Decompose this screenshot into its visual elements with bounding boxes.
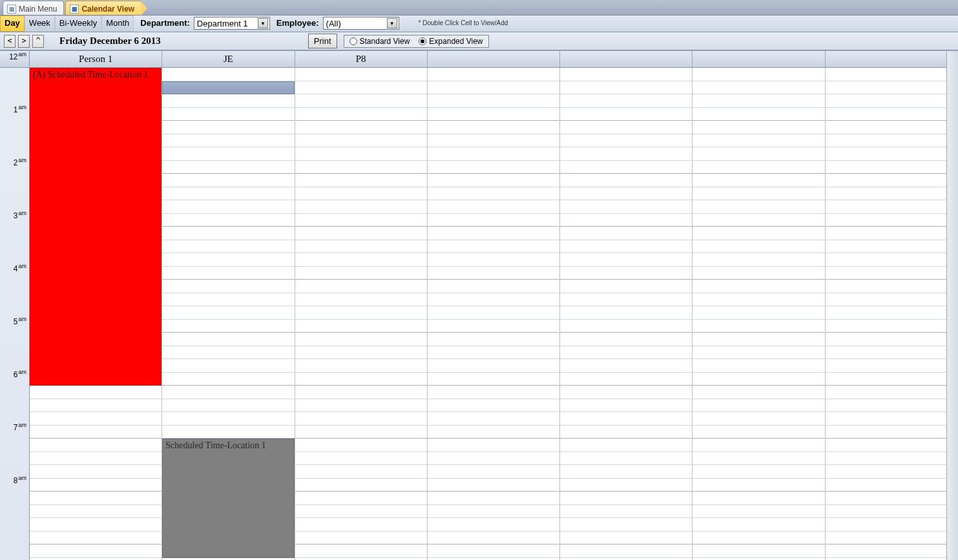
time-slot[interactable] — [295, 214, 427, 227]
time-slot[interactable] — [826, 214, 957, 227]
time-slot[interactable] — [826, 492, 957, 505]
time-slot[interactable] — [162, 320, 294, 333]
time-slot[interactable] — [692, 359, 824, 373]
time-slot[interactable] — [560, 359, 692, 373]
vertical-scrollbar[interactable] — [946, 51, 958, 560]
time-slot[interactable] — [295, 558, 427, 561]
print-button[interactable]: Print — [308, 34, 337, 48]
time-slot[interactable] — [428, 227, 559, 240]
time-slot[interactable] — [428, 200, 559, 214]
time-slot[interactable] — [295, 108, 427, 121]
time-slot[interactable] — [162, 346, 294, 360]
tab-main-menu[interactable]: ▦ Main Menu — [3, 1, 64, 15]
time-slot[interactable] — [826, 240, 957, 254]
time-slot[interactable] — [826, 505, 957, 519]
time-slot[interactable] — [162, 386, 294, 399]
time-slot[interactable] — [692, 306, 824, 320]
time-slot[interactable] — [30, 452, 161, 466]
calendar-event[interactable]: (A) Scheduled Time-Location 1 — [30, 68, 161, 386]
time-slot[interactable] — [560, 214, 692, 227]
time-slot[interactable] — [826, 68, 957, 81]
time-slot[interactable] — [692, 200, 824, 214]
time-slot[interactable] — [826, 439, 957, 452]
time-slot[interactable] — [692, 532, 824, 545]
time-slot[interactable] — [295, 399, 427, 413]
time-slot[interactable] — [692, 465, 824, 479]
time-slot[interactable] — [295, 293, 427, 307]
time-slot[interactable] — [295, 452, 427, 466]
time-slot[interactable] — [692, 386, 824, 399]
time-slot[interactable] — [428, 121, 559, 134]
time-slot[interactable] — [428, 544, 559, 558]
time-slot[interactable] — [162, 373, 294, 386]
time-slot[interactable] — [295, 320, 427, 333]
time-slot[interactable] — [162, 200, 294, 214]
time-slot[interactable] — [428, 333, 559, 346]
time-slot[interactable] — [428, 320, 559, 333]
time-slot[interactable] — [428, 94, 559, 108]
time-slot[interactable] — [692, 280, 824, 293]
time-slot[interactable] — [30, 399, 161, 413]
time-slot[interactable] — [295, 544, 427, 558]
time-slot[interactable] — [295, 465, 427, 479]
time-slot[interactable] — [560, 280, 692, 293]
time-slot[interactable] — [428, 174, 559, 187]
time-slot[interactable] — [560, 532, 692, 545]
time-slot[interactable] — [428, 518, 559, 532]
time-slot[interactable] — [826, 558, 957, 561]
time-slot[interactable] — [428, 240, 559, 254]
time-slot[interactable] — [560, 94, 692, 108]
time-slot[interactable] — [560, 373, 692, 386]
prev-button[interactable]: < — [4, 35, 16, 48]
time-slot[interactable] — [826, 293, 957, 307]
time-slot[interactable] — [162, 306, 294, 320]
time-slot[interactable] — [295, 346, 427, 360]
time-slot[interactable] — [692, 187, 824, 201]
time-slot[interactable] — [560, 161, 692, 174]
time-slot[interactable] — [162, 134, 294, 148]
time-slot[interactable] — [692, 253, 824, 267]
time-slot[interactable] — [692, 161, 824, 174]
time-slot[interactable] — [692, 267, 824, 280]
time-slot[interactable] — [295, 161, 427, 174]
calendar-column[interactable] — [295, 68, 428, 560]
time-slot[interactable] — [692, 293, 824, 307]
time-slot[interactable] — [692, 81, 824, 95]
time-slot[interactable] — [162, 174, 294, 187]
column-header[interactable] — [428, 51, 560, 67]
time-slot[interactable] — [30, 426, 161, 439]
time-slot[interactable] — [30, 386, 161, 399]
time-slot[interactable] — [692, 147, 824, 161]
time-slot[interactable] — [428, 465, 559, 479]
time-slot[interactable] — [560, 492, 692, 505]
time-slot[interactable] — [560, 518, 692, 532]
time-slot[interactable] — [428, 452, 559, 466]
calendar-column[interactable] — [560, 68, 692, 560]
department-select[interactable]: Department 1 ▼ — [194, 17, 270, 30]
time-slot[interactable] — [295, 426, 427, 439]
column-header[interactable]: Person 1 — [30, 51, 162, 67]
tab-calendar-view[interactable]: ▦ Calendar View — [65, 1, 141, 15]
time-slot[interactable] — [30, 479, 161, 492]
time-slot[interactable] — [162, 161, 294, 174]
radio-expanded-view[interactable]: Expanded View — [419, 37, 483, 46]
time-slot[interactable] — [428, 532, 559, 545]
time-slot[interactable] — [162, 293, 294, 307]
time-slot[interactable] — [295, 518, 427, 532]
time-slot[interactable] — [826, 320, 957, 333]
time-slot[interactable] — [30, 518, 161, 532]
time-slot[interactable] — [826, 147, 957, 161]
time-slot[interactable] — [560, 544, 692, 558]
time-slot[interactable] — [826, 174, 957, 187]
time-slot[interactable] — [428, 558, 559, 561]
time-slot[interactable] — [295, 439, 427, 452]
time-slot[interactable] — [162, 94, 294, 108]
calendar-column[interactable] — [428, 68, 560, 560]
time-slot[interactable] — [560, 108, 692, 121]
next-button[interactable]: > — [18, 35, 30, 48]
time-slot[interactable] — [162, 121, 294, 134]
time-slot[interactable] — [692, 214, 824, 227]
time-slot[interactable] — [428, 187, 559, 201]
time-slot[interactable] — [560, 346, 692, 360]
time-slot[interactable] — [30, 465, 161, 479]
